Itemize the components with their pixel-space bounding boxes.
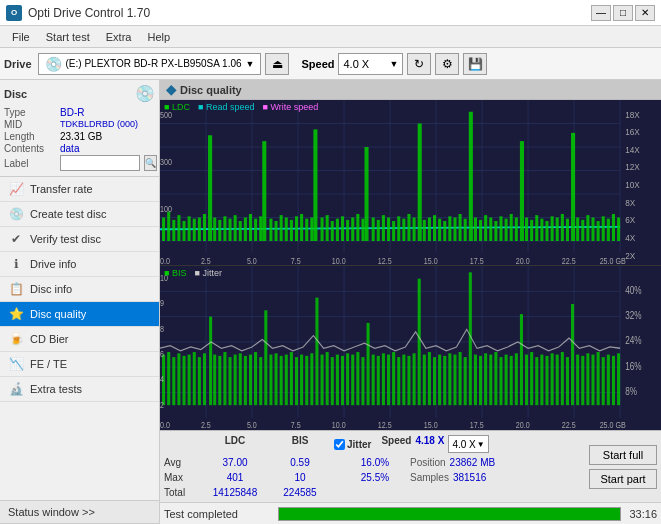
- menu-help[interactable]: Help: [139, 29, 178, 45]
- svg-rect-72: [443, 221, 446, 241]
- svg-rect-55: [356, 214, 359, 241]
- speed-select-arrow[interactable]: ▼: [477, 440, 485, 449]
- start-full-button[interactable]: Start full: [589, 445, 657, 465]
- status-window-button[interactable]: Status window >>: [0, 500, 159, 524]
- svg-rect-216: [520, 314, 523, 405]
- sidebar-item-disc-quality[interactable]: ⭐ Disc quality: [0, 302, 159, 327]
- refresh-button[interactable]: ↻: [407, 53, 431, 75]
- bis-legend: ■ BIS: [164, 268, 186, 278]
- svg-rect-56: [361, 219, 364, 241]
- svg-rect-173: [300, 354, 303, 405]
- svg-rect-167: [269, 354, 272, 405]
- label-input[interactable]: [60, 155, 140, 171]
- sidebar-item-verify-test-disc[interactable]: ✔ Verify test disc: [0, 227, 159, 252]
- jitter-check-group: Jitter: [334, 435, 371, 453]
- svg-rect-154: [203, 353, 206, 405]
- sidebar-item-drive-info[interactable]: ℹ Drive info: [0, 252, 159, 277]
- svg-text:12X: 12X: [625, 162, 640, 173]
- svg-text:10.0: 10.0: [332, 420, 346, 430]
- sidebar-item-cd-bier[interactable]: 🍺 CD Bier: [0, 327, 159, 352]
- svg-text:5.0: 5.0: [247, 257, 257, 264]
- svg-rect-207: [474, 354, 477, 405]
- svg-rect-158: [223, 352, 226, 405]
- start-part-button[interactable]: Start part: [589, 469, 657, 489]
- svg-rect-180: [336, 354, 339, 405]
- nav-label-fe-te: FE / TE: [30, 358, 67, 370]
- statusbar: Test completed 33:16: [160, 502, 661, 524]
- menu-file[interactable]: File: [4, 29, 38, 45]
- svg-rect-80: [484, 215, 487, 241]
- eject-button[interactable]: ⏏: [265, 53, 289, 75]
- ldc-legend: ■ LDC: [164, 102, 190, 112]
- svg-rect-88: [525, 218, 528, 242]
- svg-rect-233: [607, 354, 610, 405]
- svg-rect-32: [239, 221, 242, 241]
- svg-rect-29: [223, 216, 226, 241]
- svg-text:0.0: 0.0: [160, 257, 170, 264]
- close-button[interactable]: ✕: [635, 5, 655, 21]
- mid-value: TDKBLDRBD (000): [60, 119, 138, 130]
- svg-rect-204: [459, 352, 462, 405]
- settings-button[interactable]: ⚙: [435, 53, 459, 75]
- drive-dropdown-arrow[interactable]: ▼: [246, 59, 255, 69]
- lower-chart: 40% 32% 24% 16% 8% 10 9 8 6 4 2 0.0 2.5 …: [160, 266, 661, 431]
- svg-rect-220: [540, 354, 543, 405]
- samples-label: Samples: [410, 472, 449, 483]
- svg-rect-153: [198, 357, 201, 405]
- speed-dropdown[interactable]: 4.0 X ▼: [338, 53, 403, 75]
- svg-rect-19: [172, 220, 175, 241]
- label-label: Label: [4, 158, 56, 169]
- speed-dropdown-arrow[interactable]: ▼: [390, 59, 399, 69]
- label-edit-button[interactable]: 🔍: [144, 155, 157, 171]
- sidebar-item-transfer-rate[interactable]: 📈 Transfer rate: [0, 177, 159, 202]
- svg-rect-39: [275, 221, 278, 241]
- svg-rect-58: [372, 218, 375, 242]
- read-speed-legend: ■ Read speed: [198, 102, 254, 112]
- svg-rect-165: [259, 357, 262, 405]
- svg-rect-62: [392, 221, 395, 241]
- svg-text:32%: 32%: [625, 310, 641, 321]
- svg-rect-96: [566, 219, 569, 241]
- svg-rect-47: [313, 129, 317, 241]
- svg-rect-186: [367, 322, 370, 404]
- stats-bis-header: BIS: [270, 435, 330, 453]
- svg-rect-59: [377, 220, 380, 241]
- svg-rect-225: [566, 357, 569, 405]
- svg-text:100: 100: [160, 204, 172, 214]
- speed-label: Speed: [301, 58, 334, 70]
- save-button[interactable]: 💾: [463, 53, 487, 75]
- sidebar-item-fe-te[interactable]: 📉 FE / TE: [0, 352, 159, 377]
- svg-text:10X: 10X: [625, 180, 640, 191]
- svg-text:25.0 GB: 25.0 GB: [600, 257, 626, 264]
- jitter-checkbox[interactable]: [334, 439, 345, 450]
- sidebar-item-create-test-disc[interactable]: 💿 Create test disc: [0, 202, 159, 227]
- position-value: 23862 MB: [450, 457, 496, 468]
- svg-text:20.0: 20.0: [516, 420, 530, 430]
- speed-select-dropdown[interactable]: 4.0 X ▼: [448, 435, 488, 453]
- upper-chart-svg: 18X 16X 14X 12X 10X 8X 6X 4X 2X 500 300 …: [160, 100, 661, 265]
- svg-rect-205: [464, 357, 467, 405]
- maximize-button[interactable]: □: [613, 5, 633, 21]
- minimize-button[interactable]: —: [591, 5, 611, 21]
- titlebar-controls[interactable]: — □ ✕: [591, 5, 655, 21]
- svg-rect-77: [469, 112, 473, 241]
- total-label: Total: [164, 487, 200, 498]
- svg-text:2.5: 2.5: [201, 257, 211, 264]
- svg-text:2.5: 2.5: [201, 420, 211, 430]
- menu-start-test[interactable]: Start test: [38, 29, 98, 45]
- svg-rect-148: [172, 357, 175, 405]
- svg-rect-215: [515, 353, 518, 405]
- speed-value: 4.0 X: [343, 58, 387, 70]
- menu-extra[interactable]: Extra: [98, 29, 140, 45]
- svg-rect-223: [556, 354, 559, 405]
- contents-label: Contents: [4, 143, 56, 154]
- svg-text:18X: 18X: [625, 109, 640, 120]
- svg-rect-179: [331, 357, 334, 405]
- svg-text:6: 6: [160, 349, 164, 359]
- sidebar-item-extra-tests[interactable]: 🔬 Extra tests: [0, 377, 159, 402]
- transfer-rate-icon: 📈: [8, 182, 24, 196]
- svg-rect-24: [198, 218, 201, 242]
- svg-text:0.0: 0.0: [160, 420, 170, 430]
- drive-dropdown[interactable]: 💿 (E:) PLEXTOR BD-R PX-LB950SA 1.06 ▼: [38, 53, 262, 75]
- sidebar-item-disc-info[interactable]: 📋 Disc info: [0, 277, 159, 302]
